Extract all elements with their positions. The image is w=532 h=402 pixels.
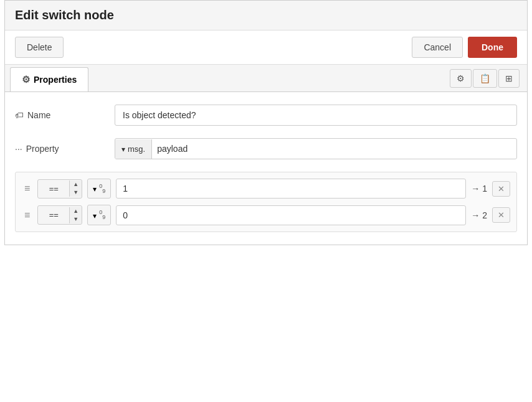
tab-gear-button[interactable]: ⚙	[450, 69, 472, 88]
property-icon: ···	[15, 144, 22, 154]
copy-action-icon: 📋	[480, 73, 490, 83]
chevron-down-icon	[121, 144, 125, 154]
property-label: ··· Property	[15, 144, 115, 154]
rule-type-label: 09	[99, 209, 105, 220]
name-icon: 🏷	[15, 110, 24, 120]
rule-remove-button[interactable]: ✕	[492, 181, 510, 197]
dialog-title: Edit switch node	[15, 8, 114, 22]
drag-handle-icon[interactable]: ≡	[22, 180, 32, 197]
toolbar-right: Cancel Done	[412, 37, 517, 58]
table-row: ≡ == != < > ▲ ▼ 09	[22, 179, 510, 199]
delete-button[interactable]: Delete	[15, 37, 64, 58]
tab-properties-label: Properties	[34, 75, 77, 85]
rules-container: ≡ == != < > ▲ ▼ 09	[15, 172, 517, 232]
dialog-header: Edit switch node	[5, 1, 527, 30]
rule-op-wrapper: == != < > ▲ ▼	[37, 205, 82, 225]
export-action-icon: ⊞	[505, 73, 513, 83]
rule-op-arrows: ▲ ▼	[69, 207, 82, 223]
gear-tab-icon: ⚙	[22, 74, 30, 85]
dialog-body: 🏷 Name ··· Property msg. ≡	[5, 92, 527, 245]
property-input-wrapper: msg.	[115, 138, 517, 159]
edit-switch-dialog: Edit switch node Delete Cancel Done ⚙ Pr…	[4, 0, 528, 245]
tabs-bar: ⚙ Properties ⚙ 📋 ⊞	[5, 65, 527, 92]
dialog-toolbar: Delete Cancel Done	[5, 30, 527, 65]
rule-op-up-button[interactable]: ▲	[70, 207, 82, 215]
property-label-text: Property	[26, 144, 59, 154]
property-dropdown[interactable]: msg.	[115, 139, 152, 159]
cancel-button[interactable]: Cancel	[412, 37, 463, 58]
rule-type-chevron-icon	[93, 210, 97, 220]
rule-type-wrapper[interactable]: 09	[87, 179, 111, 199]
rule-remove-button[interactable]: ✕	[492, 207, 510, 223]
name-label-text: Name	[27, 110, 50, 120]
name-label: 🏷 Name	[15, 110, 115, 120]
tab-export-button[interactable]: ⊞	[498, 69, 520, 88]
rule-op-down-button[interactable]: ▼	[70, 215, 82, 223]
name-row: 🏷 Name	[15, 105, 517, 126]
rule-op-select[interactable]: == != < >	[38, 206, 69, 224]
rule-type-label: 09	[99, 183, 105, 194]
property-row: ··· Property msg.	[15, 138, 517, 159]
name-input[interactable]	[115, 105, 517, 126]
tab-actions: ⚙ 📋 ⊞	[450, 69, 522, 88]
rule-type-chevron-icon	[93, 184, 97, 194]
tab-properties[interactable]: ⚙ Properties	[10, 67, 88, 91]
table-row: ≡ == != < > ▲ ▼ 09	[22, 205, 510, 225]
rule-value-input[interactable]	[116, 205, 466, 225]
gear-action-icon: ⚙	[457, 73, 465, 83]
rule-type-wrapper[interactable]: 09	[87, 205, 111, 225]
rule-op-arrows: ▲ ▼	[69, 180, 82, 197]
rule-value-input[interactable]	[116, 179, 466, 199]
rule-output: → 1	[471, 184, 487, 194]
rule-op-up-button[interactable]: ▲	[70, 180, 82, 189]
tab-copy-button[interactable]: 📋	[473, 69, 497, 88]
rule-output: → 2	[471, 210, 487, 220]
rule-op-wrapper: == != < > ▲ ▼	[37, 179, 82, 199]
property-value-input[interactable]	[152, 139, 516, 159]
drag-handle-icon[interactable]: ≡	[22, 207, 32, 223]
rule-op-down-button[interactable]: ▼	[70, 189, 82, 197]
rule-op-select[interactable]: == != < >	[38, 180, 69, 198]
done-button[interactable]: Done	[468, 37, 517, 58]
property-dropdown-label: msg.	[128, 144, 145, 154]
